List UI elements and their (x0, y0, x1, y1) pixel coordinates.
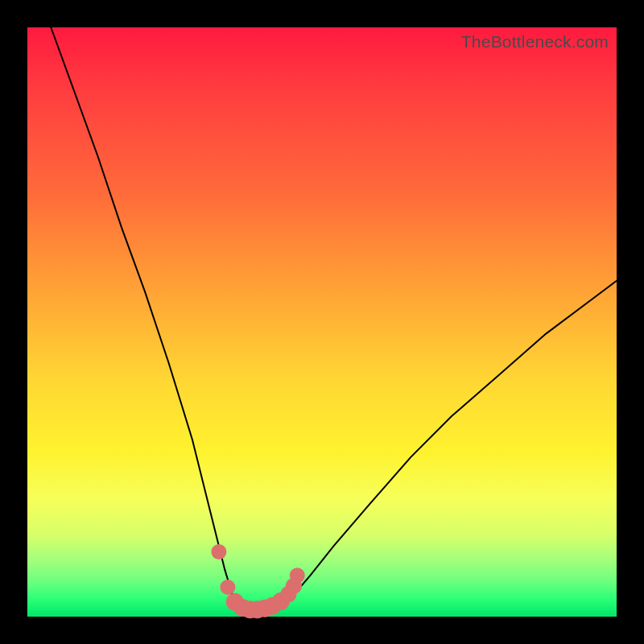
curve-marker (220, 580, 235, 595)
plot-area: TheBottleneck.com (27, 27, 617, 617)
curve-marker (290, 568, 305, 583)
curve-marker (211, 544, 226, 559)
bottleneck-curve (27, 27, 617, 617)
curve-markers (211, 544, 304, 618)
chart-frame: TheBottleneck.com (0, 0, 644, 644)
curve-line (51, 27, 617, 611)
